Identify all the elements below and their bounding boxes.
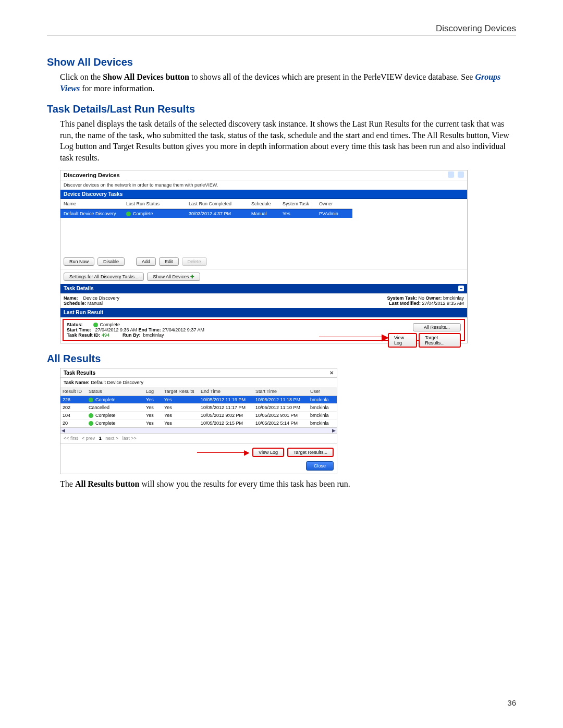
pager-page: 1 xyxy=(99,436,102,441)
task-details-body: Name: Device Discovery Schedule: Manual … xyxy=(60,293,467,308)
all-results-heading: All Results xyxy=(47,353,516,365)
edit-button[interactable]: Edit xyxy=(159,257,179,266)
col-system-task[interactable]: System Task xyxy=(279,199,316,209)
callout-arrow-icon: ▶ xyxy=(382,331,388,343)
col-last-run-status[interactable]: Last Run Status xyxy=(123,199,186,209)
close-button[interactable]: Close xyxy=(306,461,334,471)
last-run-result-body: Status: Complete Start Time: 27/04/2012 … xyxy=(63,319,465,341)
col-status[interactable]: Status xyxy=(87,387,144,396)
add-button[interactable]: Add xyxy=(136,257,156,266)
help-icon[interactable] xyxy=(458,171,464,178)
table-row[interactable]: 20CompleteYesYes10/05/2012 5:15 PM10/05/… xyxy=(60,419,337,427)
col-last-run-completed[interactable]: Last Run Completed xyxy=(186,199,248,209)
col-user[interactable]: User xyxy=(308,387,337,396)
row-status[interactable]: Complete xyxy=(123,209,186,218)
view-log-button[interactable]: View Log xyxy=(388,333,417,348)
task-results-title: Task Results xyxy=(64,370,95,376)
complete-icon xyxy=(126,212,131,216)
task-results-panel: Task Results ✕ Task Name: Default Device… xyxy=(60,368,337,474)
close-icon[interactable]: ✕ xyxy=(329,370,334,376)
doc-section-header: Discovering Devices xyxy=(47,21,516,35)
pager: << first < prev 1 next > last >> xyxy=(60,434,337,443)
last-run-result-bar: Last Run Result xyxy=(60,308,467,317)
row-schedule[interactable]: Manual xyxy=(248,209,279,218)
all-results-button[interactable]: All Results... xyxy=(413,323,461,331)
callout-arrow-line xyxy=(319,337,382,337)
view-log-button[interactable]: View Log xyxy=(252,448,284,457)
table-row[interactable]: 202CancelledYesYes10/05/2012 11:17 PM10/… xyxy=(60,404,337,412)
disable-button[interactable]: Disable xyxy=(97,257,125,266)
plus-icon: ✚ xyxy=(190,274,194,279)
pager-next[interactable]: next > xyxy=(105,436,118,441)
delete-button[interactable]: Delete xyxy=(182,257,207,266)
task-results-table: Result ID Status Log Target Results End … xyxy=(60,387,337,396)
complete-icon xyxy=(89,398,93,402)
target-results-button[interactable]: Target Results... xyxy=(419,333,461,348)
collapse-icon[interactable]: – xyxy=(458,286,464,291)
show-all-devices-paragraph: Click on the Show All Devices button to … xyxy=(60,71,516,94)
header-divider xyxy=(47,35,516,35)
scroll-left-icon[interactable]: ◀ xyxy=(62,428,65,433)
col-result-id[interactable]: Result ID xyxy=(60,387,87,396)
pager-first[interactable]: << first xyxy=(64,436,78,441)
show-all-devices-heading: Show All Devices xyxy=(47,56,516,68)
pager-prev[interactable]: < prev xyxy=(82,436,95,441)
complete-icon xyxy=(93,323,98,327)
settings-all-tasks-button[interactable]: Settings for All Discovery Tasks... xyxy=(64,273,144,281)
horizontal-scrollbar[interactable]: ◀ ▶ xyxy=(60,427,337,434)
task-details-heading: Task Details/Last Run Results xyxy=(47,103,516,115)
complete-icon xyxy=(89,421,93,426)
task-details-bar[interactable]: Task Details – xyxy=(60,284,467,293)
device-discovery-tasks-header: Device Discovery Tasks xyxy=(60,190,467,199)
show-all-devices-button[interactable]: Show All Devices ✚ xyxy=(147,273,200,281)
all-results-footer-paragraph: The All Results button will show you the… xyxy=(60,478,516,490)
row-system-task[interactable]: Yes xyxy=(279,209,316,218)
col-name[interactable]: Name xyxy=(60,199,123,209)
pager-last[interactable]: last >> xyxy=(123,436,137,441)
complete-icon xyxy=(89,413,93,418)
table-row[interactable]: 226CompleteYesYes10/05/2012 11:19 PM10/0… xyxy=(60,396,337,404)
task-result-id-link[interactable]: 494 xyxy=(102,332,109,338)
table-row[interactable]: 104CompleteYesYes10/05/2012 9:02 PM10/05… xyxy=(60,412,337,419)
discovery-tasks-table: Name Last Run Status Last Run Completed … xyxy=(60,199,467,218)
col-schedule[interactable]: Schedule xyxy=(248,199,279,209)
page-number: 36 xyxy=(507,698,516,707)
run-now-button[interactable]: Run Now xyxy=(64,257,94,266)
refresh-icon[interactable] xyxy=(448,171,454,178)
target-results-button[interactable]: Target Results... xyxy=(287,448,334,457)
row-name[interactable]: Default Device Discovery xyxy=(60,209,123,218)
col-start-time[interactable]: Start Time xyxy=(253,387,308,396)
row-owner[interactable]: PVAdmin xyxy=(316,209,352,218)
col-owner[interactable]: Owner xyxy=(316,199,352,209)
panel-description: Discover devices on the network in order… xyxy=(60,180,467,190)
task-details-paragraph: This panel displays the task details of … xyxy=(60,118,516,163)
col-target-results[interactable]: Target Results xyxy=(162,387,199,396)
col-end-time[interactable]: End Time xyxy=(199,387,253,396)
panel-title: Discovering Devices xyxy=(64,172,120,178)
col-log[interactable]: Log xyxy=(144,387,162,396)
callout-arrow-icon: ▶ xyxy=(244,448,249,456)
discovering-devices-panel: Discovering Devices Discover devices on … xyxy=(60,170,468,343)
callout-arrow-line xyxy=(197,452,244,453)
row-completed[interactable]: 30/03/2012 4:37 PM xyxy=(186,209,248,218)
scroll-right-icon[interactable]: ▶ xyxy=(332,428,336,433)
